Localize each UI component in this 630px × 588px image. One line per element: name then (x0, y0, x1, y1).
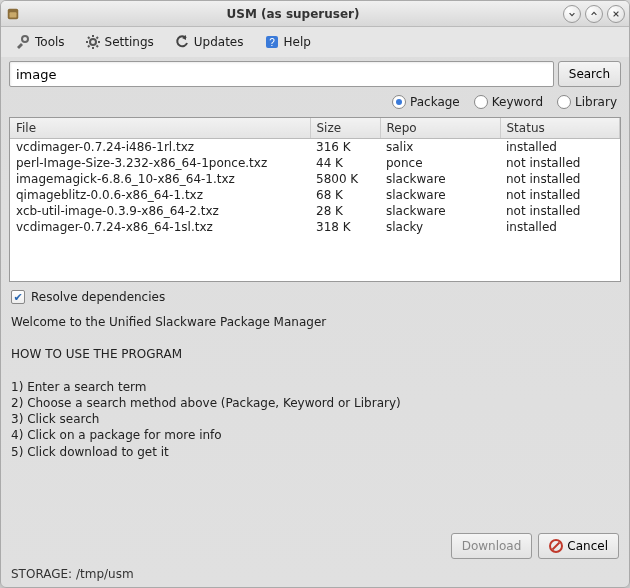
radio-dot-icon (557, 95, 571, 109)
menu-tools-label: Tools (35, 35, 65, 49)
cell-repo: slackware (380, 171, 500, 187)
help-icon: ? (264, 34, 280, 50)
tools-icon (15, 34, 31, 50)
download-button[interactable]: Download (451, 533, 533, 559)
resolve-deps-row[interactable]: ✔ Resolve dependencies (1, 286, 629, 308)
checkbox-icon: ✔ (11, 290, 25, 304)
search-button[interactable]: Search (558, 61, 621, 87)
header-status[interactable]: Status (500, 118, 620, 139)
radio-package[interactable]: Package (392, 95, 460, 109)
menubar: Tools Settings Updates ? Help (1, 27, 629, 57)
table-row[interactable]: qimageblitz-0.0.6-x86_64-1.txz68 Kslackw… (10, 187, 620, 203)
cell-file: vcdimager-0.7.24-x86_64-1sl.txz (10, 219, 310, 235)
radio-package-label: Package (410, 95, 460, 109)
cell-status: not installed (500, 155, 620, 171)
gear-icon (85, 34, 101, 50)
radio-keyword[interactable]: Keyword (474, 95, 543, 109)
svg-line-12 (88, 46, 90, 48)
menu-updates-label: Updates (194, 35, 244, 49)
results-table: File Size Repo Status vcdimager-0.7.24-i… (9, 117, 621, 282)
radio-library[interactable]: Library (557, 95, 617, 109)
cell-repo: slackware (380, 203, 500, 219)
search-mode-radios: Package Keyword Library (1, 91, 629, 113)
stop-icon (549, 539, 563, 553)
bottom-buttons: Download Cancel (1, 529, 629, 563)
svg-point-4 (22, 36, 28, 42)
menu-tools[interactable]: Tools (11, 30, 69, 54)
cell-file: vcdimager-0.7.24-i486-1rl.txz (10, 139, 310, 156)
cancel-button-label: Cancel (567, 539, 608, 553)
cell-status: not installed (500, 203, 620, 219)
header-file[interactable]: File (10, 118, 310, 139)
close-button[interactable] (607, 5, 625, 23)
cell-file: perl-Image-Size-3.232-x86_64-1ponce.txz (10, 155, 310, 171)
status-bar: STORAGE: /tmp/usm (1, 563, 629, 587)
cell-size: 28 K (310, 203, 380, 219)
radio-dot-icon (474, 95, 488, 109)
cell-status: installed (500, 219, 620, 235)
maximize-button[interactable] (585, 5, 603, 23)
cell-size: 318 K (310, 219, 380, 235)
svg-text:?: ? (269, 37, 275, 48)
info-area: Welcome to the Unified Slackware Package… (9, 312, 621, 525)
cell-file: qimageblitz-0.0.6-x86_64-1.txz (10, 187, 310, 203)
cell-status: not installed (500, 171, 620, 187)
table-row[interactable]: vcdimager-0.7.24-x86_64-1sl.txz318 Kslac… (10, 219, 620, 235)
table-row[interactable]: perl-Image-Size-3.232-x86_64-1ponce.txz4… (10, 155, 620, 171)
svg-line-10 (88, 37, 90, 39)
titlebar: USM (as superuser) (1, 1, 629, 27)
search-row: Search (1, 57, 629, 91)
svg-point-5 (90, 39, 96, 45)
header-size[interactable]: Size (310, 118, 380, 139)
cell-status: not installed (500, 187, 620, 203)
cell-repo: slacky (380, 219, 500, 235)
cell-repo: slackware (380, 187, 500, 203)
cell-repo: salix (380, 139, 500, 156)
radio-library-label: Library (575, 95, 617, 109)
svg-line-18 (553, 543, 560, 550)
window-controls (563, 5, 625, 23)
menu-help-label: Help (284, 35, 311, 49)
header-repo[interactable]: Repo (380, 118, 500, 139)
minimize-button[interactable] (563, 5, 581, 23)
table-row[interactable]: imagemagick-6.8.6_10-x86_64-1.txz5800 Ks… (10, 171, 620, 187)
radio-dot-icon (392, 95, 406, 109)
search-input[interactable] (9, 61, 554, 87)
svg-line-11 (96, 46, 98, 48)
app-icon (5, 6, 21, 22)
svg-line-13 (96, 37, 98, 39)
menu-updates[interactable]: Updates (170, 30, 248, 54)
cell-repo: ponce (380, 155, 500, 171)
window-title: USM (as superuser) (23, 7, 563, 21)
table-row[interactable]: xcb-util-image-0.3.9-x86_64-2.txz28 Ksla… (10, 203, 620, 219)
cell-size: 44 K (310, 155, 380, 171)
menu-help[interactable]: ? Help (260, 30, 315, 54)
resolve-deps-label: Resolve dependencies (31, 290, 165, 304)
cell-file: imagemagick-6.8.6_10-x86_64-1.txz (10, 171, 310, 187)
radio-keyword-label: Keyword (492, 95, 543, 109)
cell-file: xcb-util-image-0.3.9-x86_64-2.txz (10, 203, 310, 219)
cell-size: 316 K (310, 139, 380, 156)
table-row[interactable]: vcdimager-0.7.24-i486-1rl.txz316 Ksalixi… (10, 139, 620, 156)
menu-settings-label: Settings (105, 35, 154, 49)
table-header-row: File Size Repo Status (10, 118, 620, 139)
cell-size: 5800 K (310, 171, 380, 187)
cell-size: 68 K (310, 187, 380, 203)
main-window: USM (as superuser) Tools Settings (0, 0, 630, 588)
refresh-icon (174, 34, 190, 50)
svg-rect-1 (10, 12, 17, 17)
cancel-button[interactable]: Cancel (538, 533, 619, 559)
menu-settings[interactable]: Settings (81, 30, 158, 54)
cell-status: installed (500, 139, 620, 156)
